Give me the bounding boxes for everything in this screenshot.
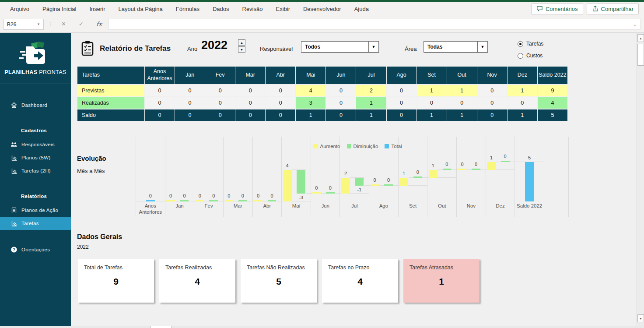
cancel-icon[interactable]: ✕ bbox=[61, 21, 66, 27]
responsible-dropdown[interactable]: Todos ▼ bbox=[301, 41, 379, 53]
horizontal-scrollbar-thumb[interactable] bbox=[150, 326, 172, 328]
name-box[interactable]: B26 ▼ bbox=[4, 19, 44, 30]
formula-input[interactable]: ⌄ bbox=[108, 19, 640, 30]
table-header-cell: Mar bbox=[235, 67, 265, 84]
table-cell: 0 bbox=[326, 85, 356, 96]
legend-swatch-decrease bbox=[347, 144, 351, 148]
radio-unselected-icon[interactable] bbox=[518, 53, 523, 59]
sidebar-item-tarefas[interactable]: Tarefas bbox=[0, 217, 71, 230]
waterfall-category: 00Fev bbox=[194, 137, 224, 217]
ribbon-tab-desenvolvedor[interactable]: Desenvolvedor bbox=[297, 2, 348, 16]
waterfall-bar bbox=[371, 184, 379, 186]
waterfall-bar bbox=[413, 176, 422, 178]
waterfall-bar bbox=[429, 170, 438, 178]
dropdown-arrow-icon[interactable]: ▼ bbox=[477, 42, 487, 52]
radio-tarefas[interactable]: Tarefas bbox=[518, 41, 543, 47]
waterfall-bar bbox=[355, 178, 364, 186]
year-spinner: ▲ ▼ bbox=[238, 39, 245, 53]
waterfall-value-label: 0 bbox=[499, 153, 512, 159]
ribbon-tab-revisao[interactable]: Revisão bbox=[236, 2, 270, 16]
chart-axis-label: Nov bbox=[457, 203, 486, 209]
home-icon bbox=[10, 102, 18, 109]
sidebar-item-dashboard[interactable]: Dashboard bbox=[0, 99, 71, 112]
plan-icon bbox=[10, 155, 18, 161]
table-header-cell: Ago bbox=[387, 67, 416, 84]
sidebar-item-planos-5w[interactable]: Planos (5W) bbox=[0, 151, 71, 164]
waterfall-value-label: 4 bbox=[281, 162, 294, 169]
table-header-cell: Set bbox=[417, 67, 447, 84]
sidebar-item-planos-de-acao[interactable]: Planos de Ação bbox=[0, 204, 71, 217]
enter-icon[interactable]: ✓ bbox=[79, 21, 84, 27]
ribbon-tab-ajuda[interactable]: Ajuda bbox=[348, 2, 375, 16]
share-icon bbox=[592, 5, 598, 13]
table-row: Saldo00000101011015 bbox=[77, 109, 567, 121]
table-cell: 4 bbox=[296, 85, 326, 96]
kpi-card-total: Total de Tarefas 9 bbox=[78, 259, 154, 303]
waterfall-value-label: 0 bbox=[236, 193, 249, 199]
table-cell: 0 bbox=[387, 97, 416, 109]
legend-entry-diminuicao: Diminuição bbox=[347, 144, 378, 149]
ribbon-tab-arquivo[interactable]: Arquivo bbox=[4, 2, 36, 16]
radio-selected-icon[interactable] bbox=[518, 41, 523, 47]
waterfall-value-label: 0 bbox=[207, 193, 220, 199]
table-header-cell: Saldo 2022 bbox=[538, 67, 567, 84]
waterfall-bar bbox=[384, 184, 393, 186]
chart-title: Evolução bbox=[77, 155, 106, 162]
kpi-value: 1 bbox=[403, 276, 480, 287]
table-cell: 3 bbox=[296, 97, 326, 109]
ribbon-tab-dados[interactable]: Dados bbox=[206, 2, 236, 16]
ribbon-tab-exibir[interactable]: Exibir bbox=[269, 2, 297, 16]
formula-expand-icon[interactable]: ⌄ bbox=[633, 22, 637, 27]
horizontal-scrollbar[interactable] bbox=[0, 326, 644, 328]
kpi-card-nao-realizadas: Tarefas Não Realizadas 5 bbox=[241, 259, 317, 303]
table-cell: 1 bbox=[356, 109, 386, 121]
ribbon-tab-formulas[interactable]: Fórmulas bbox=[169, 2, 206, 16]
table-cell: 0 bbox=[477, 97, 507, 109]
vertical-scrollbar-thumb[interactable] bbox=[637, 44, 644, 66]
waterfall-value-label: 0 bbox=[411, 169, 424, 175]
fx-icon[interactable]: fx bbox=[96, 21, 102, 28]
scroll-up-icon[interactable]: ▲ bbox=[637, 34, 644, 42]
waterfall-value-label: 0 bbox=[193, 193, 206, 199]
plan-icon bbox=[10, 220, 18, 227]
waterfall-bar bbox=[297, 170, 305, 194]
comments-button[interactable]: Comentários bbox=[531, 4, 583, 14]
waterfall-bar bbox=[399, 178, 408, 186]
spinner-down-icon[interactable]: ▼ bbox=[238, 46, 245, 53]
ribbon-tab-inserir[interactable]: Inserir bbox=[83, 2, 112, 16]
table-header-cell: Anos Anteriores bbox=[145, 67, 175, 84]
sidebar: PLANILHAS PRONTAS Dashboard Cadastros Re… bbox=[0, 33, 71, 326]
share-button[interactable]: Compartilhar bbox=[587, 4, 639, 14]
legend-swatch-increase bbox=[313, 144, 318, 148]
waterfall-value-label: 1 bbox=[397, 170, 410, 176]
scroll-down-icon[interactable]: ▼ bbox=[637, 314, 644, 322]
table-cell: 1 bbox=[356, 97, 386, 109]
vertical-scrollbar[interactable]: ▲ ▼ bbox=[637, 33, 644, 326]
ribbon-tab-layout[interactable]: Layout da Página bbox=[112, 2, 169, 16]
area-dropdown[interactable]: Todas ▼ bbox=[424, 41, 488, 53]
area-label: Área bbox=[405, 46, 416, 52]
radio-custos[interactable]: Custos bbox=[518, 53, 542, 59]
ribbon-tab-pagina-inicial[interactable]: Página Inicial bbox=[36, 2, 83, 16]
dropdown-arrow-icon[interactable]: ▼ bbox=[368, 42, 378, 52]
help-icon: ? bbox=[10, 246, 18, 253]
chart-axis-label: Mai bbox=[282, 203, 311, 209]
sidebar-item-responsaveis[interactable]: Responsáveis bbox=[0, 138, 71, 151]
waterfall-value-label: 5 bbox=[523, 155, 536, 161]
waterfall-category: 00Nov bbox=[457, 137, 486, 217]
legend-entry-aumento: Aumento bbox=[313, 144, 340, 149]
table-header-cell: Jul bbox=[356, 67, 386, 84]
table-cell: 0 bbox=[266, 109, 295, 121]
table-header-cell: Tarefas bbox=[77, 67, 144, 84]
spinner-up-icon[interactable]: ▲ bbox=[238, 39, 245, 46]
table-cell: 0 bbox=[266, 97, 295, 109]
waterfall-category: 10Out bbox=[427, 137, 457, 217]
name-box-dropdown-icon[interactable]: ▼ bbox=[37, 22, 40, 26]
chart-axis-label: Fev bbox=[194, 203, 223, 209]
waterfall-value-label: 0 bbox=[144, 193, 157, 199]
sidebar-item-tarefas-2h[interactable]: Tarefas (2H) bbox=[0, 164, 71, 177]
waterfall-category: 4-3Mai bbox=[282, 137, 311, 217]
sidebar-item-orientacoes[interactable]: ? Orientações bbox=[0, 243, 71, 256]
kpi-value: 4 bbox=[322, 276, 398, 287]
waterfall-bar bbox=[472, 169, 480, 170]
